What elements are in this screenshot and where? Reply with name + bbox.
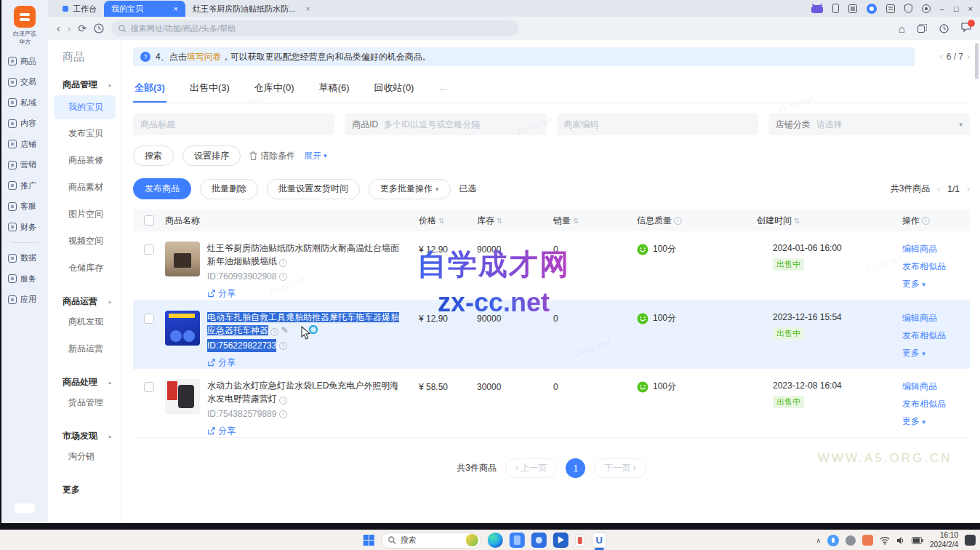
back-icon[interactable]: ‹ — [57, 23, 60, 33]
taskbar-clock[interactable]: 16:10 2024/2/4 — [930, 531, 958, 549]
rail-item-services[interactable]: 服务 — [8, 274, 41, 284]
publish-similar-link[interactable]: 发布相似品 — [902, 260, 970, 273]
share-link[interactable]: 分享 — [207, 424, 402, 437]
prev-page-button[interactable]: ‹ 上一页 — [505, 458, 557, 478]
taskbar-search[interactable]: 搜索 — [381, 533, 481, 549]
blue-app-icon[interactable] — [531, 533, 547, 548]
sidebar-item-my-items[interactable]: 我的宝贝 — [54, 95, 116, 119]
sidebar-item-publish-item[interactable]: 发布宝贝 — [48, 121, 121, 146]
merchant-code-input[interactable] — [564, 119, 751, 129]
search-button[interactable]: 搜索 — [133, 146, 174, 166]
product-title-input[interactable] — [140, 119, 327, 129]
tray-app-icon[interactable] — [846, 535, 856, 546]
merchant-code-field[interactable] — [557, 113, 758, 135]
survey-link[interactable]: 填写问卷 — [187, 52, 222, 62]
sidebar-more[interactable]: 更多 — [48, 474, 121, 496]
sidebar-item-opportunity[interactable]: 商机发现 — [48, 309, 121, 335]
sort-icon[interactable]: ⇅ — [573, 217, 579, 225]
tab-more[interactable]: ... — [437, 75, 448, 103]
sidebar-item-tao-distribution[interactable]: 淘分销 — [48, 444, 121, 469]
home-icon[interactable]: ⌂ — [899, 23, 905, 35]
clear-conditions-button[interactable]: 清除条件 — [249, 150, 295, 162]
tray-orange-app-icon[interactable] — [862, 535, 873, 546]
product-title[interactable]: 水动力盐水灯应急灯盐水袋LED免充电户外照明海水发电野营露营灯 i — [207, 379, 402, 405]
more-actions-link[interactable]: 更多 ▾ — [902, 278, 970, 290]
microphone-tray-icon[interactable] — [827, 535, 839, 546]
select-all-checkbox[interactable] — [144, 215, 154, 226]
rail-item-finance[interactable]: 财务 — [8, 222, 41, 233]
product-id-input[interactable] — [384, 119, 539, 129]
more-actions-link[interactable]: 更多 ▾ — [902, 415, 970, 428]
product-image[interactable] — [165, 311, 200, 346]
phone-link-app-icon[interactable] — [510, 533, 525, 548]
active-app-u-icon[interactable]: U — [592, 533, 607, 548]
minimize-button[interactable]: – — [940, 4, 944, 13]
tab-on-sale[interactable]: 出售中(3) — [188, 75, 231, 103]
edit-product-link[interactable]: 编辑商品 — [902, 312, 970, 324]
tab-product-detail[interactable]: 灶王爷厨房防油贴纸防水防... × — [185, 1, 318, 17]
close-window-button[interactable]: × — [968, 4, 973, 13]
rail-item-shop[interactable]: 店铺 — [8, 139, 41, 150]
maximize-button[interactable]: □ — [954, 4, 959, 13]
row-checkbox[interactable] — [144, 244, 154, 255]
row-checkbox[interactable] — [144, 314, 154, 324]
more-batch-actions-button[interactable]: 更多批量操作▾ — [369, 179, 451, 199]
shield-icon[interactable] — [904, 4, 912, 13]
forward-icon[interactable]: › — [68, 23, 71, 33]
sort-icon[interactable]: ⇅ — [497, 217, 502, 225]
batch-set-shipping-time-button[interactable]: 批量设置发货时间 — [267, 179, 360, 199]
tray-expand-icon[interactable]: ∧ — [816, 537, 821, 544]
refresh-icon[interactable]: ⟳ — [78, 23, 87, 33]
more-actions-link[interactable]: 更多 ▾ — [902, 347, 970, 359]
history-icon[interactable] — [939, 24, 949, 33]
phone-icon[interactable] — [832, 4, 839, 13]
audio-app-icon[interactable] — [575, 534, 585, 547]
tab-all[interactable]: 全部(3) — [133, 75, 166, 103]
copy-id-icon[interactable]: i — [279, 273, 287, 281]
section-product-handling[interactable]: 商品处理▴ — [48, 376, 121, 388]
target-icon[interactable] — [922, 4, 931, 13]
messages-icon[interactable] — [961, 23, 971, 34]
publish-similar-link[interactable]: 发布相似品 — [902, 330, 970, 342]
edit-pencil-icon[interactable]: ✎ — [281, 325, 289, 335]
browser-search-box[interactable] — [111, 20, 518, 36]
chevron-left-icon[interactable]: ‹ — [940, 52, 943, 62]
document-icon[interactable] — [886, 4, 895, 13]
history-clock-icon[interactable] — [94, 23, 104, 33]
tab-workbench[interactable]: 工作台 — [55, 1, 104, 17]
chevron-right-icon[interactable]: › — [967, 184, 970, 194]
sidebar-item-video-space[interactable]: 视频空间 — [48, 228, 121, 254]
sidebar-item-item-decoration[interactable]: 商品装修 — [48, 148, 121, 173]
rail-item-apps[interactable]: 应用 — [8, 294, 41, 305]
sidebar-item-warehouse-stock[interactable]: 仓储库存 — [48, 255, 121, 281]
product-title[interactable]: 灶王爷厨房防油贴纸防水防潮防火耐高温灶台墙面新年油烟贴膜墙纸 i — [207, 242, 402, 268]
browser-search-input[interactable] — [131, 24, 511, 33]
share-link[interactable]: 分享 — [207, 287, 402, 300]
product-image[interactable] — [165, 379, 200, 414]
publish-similar-link[interactable]: 发布相似品 — [902, 398, 970, 410]
video-app-icon[interactable] — [553, 533, 569, 548]
batch-delete-button[interactable]: 批量删除 — [200, 179, 258, 199]
shop-logo[interactable] — [14, 6, 36, 28]
apps-grid-icon[interactable] — [848, 4, 857, 13]
sidebar-item-new-item-operation[interactable]: 新品运营 — [48, 336, 121, 362]
rail-item-customer-service[interactable]: 客服 — [8, 201, 41, 212]
publish-product-button[interactable]: 发布商品 — [133, 178, 191, 199]
next-page-button[interactable]: 下一页 › — [594, 458, 646, 478]
assistant-icon[interactable] — [867, 4, 877, 14]
chevron-right-icon[interactable]: › — [967, 52, 970, 62]
product-title-field[interactable] — [133, 113, 334, 135]
rail-item-content[interactable]: 内容 — [8, 118, 41, 129]
sidebar-item-item-material[interactable]: 商品素材 — [48, 175, 121, 200]
edit-product-link[interactable]: 编辑商品 — [902, 243, 970, 255]
rail-item-promotion[interactable]: 推广 — [8, 180, 41, 191]
sort-icon[interactable]: ⇅ — [794, 217, 800, 225]
product-image[interactable] — [165, 242, 200, 276]
edit-product-link[interactable]: 编辑商品 — [902, 380, 970, 393]
expand-filters-link[interactable]: 展开▾ — [304, 150, 327, 162]
set-sort-button[interactable]: 设置排序 — [182, 146, 241, 166]
qianniu-cat-icon[interactable] — [811, 4, 823, 13]
sort-icon[interactable]: ⇅ — [438, 217, 444, 225]
sidebar-item-image-space[interactable]: 图片空间 — [48, 202, 121, 227]
collections-icon[interactable] — [917, 24, 927, 33]
